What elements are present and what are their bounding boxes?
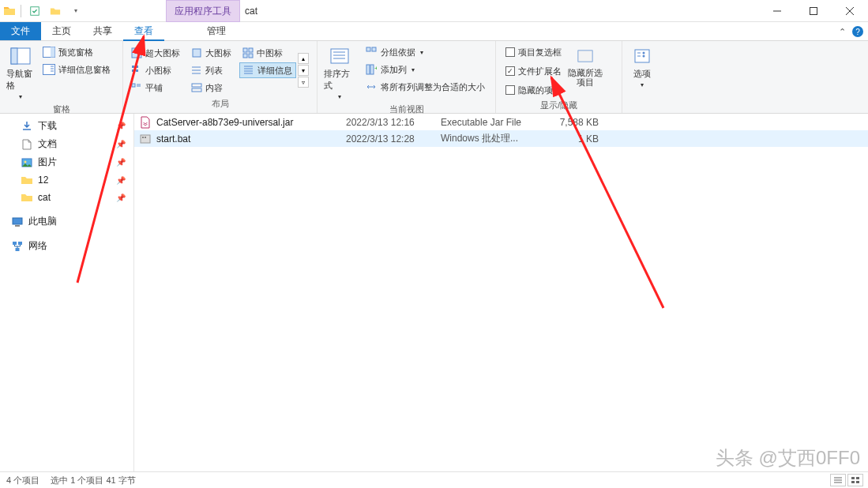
nav-this-pc[interactable]: 此电脑 — [0, 212, 133, 231]
layout-group-label: 布局 — [128, 96, 312, 113]
details-pane-button[interactable]: 详细信息窗格 — [39, 62, 114, 77]
tab-share[interactable]: 共享 — [82, 22, 123, 40]
nav-pictures[interactable]: 图片📌 — [0, 153, 133, 171]
qat-properties-icon[interactable] — [26, 2, 43, 20]
qat-newfolder-icon[interactable] — [47, 2, 64, 20]
qat-dropdown-icon[interactable]: ▾ — [67, 2, 85, 20]
sort-label: 排序方式 — [324, 68, 355, 92]
tab-home[interactable]: 主页 — [41, 22, 82, 40]
nav-network[interactable]: 网络 — [0, 237, 133, 255]
file-row[interactable]: CatServer-a8b73e9-universal.jar 2022/3/1… — [134, 114, 868, 130]
gallery-scroll: ▴ ▾ ▿ — [298, 53, 309, 88]
layout-content[interactable]: 内容 — [188, 80, 235, 96]
add-columns-button[interactable]: + 添加列▾ — [362, 62, 488, 77]
layout-details[interactable]: 详细信息 — [239, 62, 296, 78]
hidden-items-toggle[interactable]: 隐藏的项目 — [504, 82, 563, 98]
layout-small-icons[interactable]: 小图标 — [128, 62, 183, 78]
bat-file-icon — [139, 133, 152, 145]
tab-view[interactable]: 查看 — [123, 22, 164, 40]
file-size: 7,588 KB — [543, 117, 599, 128]
folder-icon — [21, 191, 33, 204]
nav-downloads[interactable]: 下载📌 — [0, 117, 133, 135]
item-count: 4 个项目 — [6, 475, 39, 486]
sort-by-button[interactable]: 排序方式 ▾ — [322, 44, 357, 102]
nav-pane-icon — [9, 46, 32, 66]
navigation-pane: 下载📌 文档📌 图片📌 12📌 cat📌 此电脑 网络 — [0, 114, 134, 471]
svg-rect-35 — [331, 49, 348, 63]
nav-label: 文档 — [38, 137, 57, 151]
nav-pane-button[interactable]: 导航窗格 ▾ — [5, 44, 36, 102]
svg-rect-60 — [141, 135, 150, 143]
tab-manage[interactable]: 管理 — [196, 22, 237, 40]
gallery-up-icon[interactable]: ▴ — [298, 53, 309, 64]
svg-rect-33 — [192, 84, 201, 87]
svg-rect-30 — [132, 84, 135, 87]
ribbon: 导航窗格 ▾ 预览窗格 详细信息窗格 窗格 超大图标 大图标 中图标 — [0, 41, 868, 114]
group-icon — [365, 46, 378, 58]
ribbon-tabs: 文件 主页 共享 查看 管理 ⌃ ? — [0, 22, 868, 41]
details-view-toggle[interactable] — [830, 474, 846, 486]
maximize-button[interactable] — [795, 0, 832, 22]
app-icon — [3, 5, 16, 17]
svg-rect-56 — [15, 225, 20, 227]
status-bar: 4 个项目 选中 1 个项目 41 字节 — [0, 471, 868, 488]
fit-columns-button[interactable]: 将所有列调整为合适的大小 — [362, 79, 488, 95]
group-by-button[interactable]: 分组依据▾ — [362, 44, 488, 60]
file-list: CatServer-a8b73e9-universal.jar 2022/3/1… — [134, 114, 868, 471]
file-extensions-toggle[interactable]: ✓ 文件扩展名 — [504, 63, 563, 79]
svg-rect-57 — [13, 242, 17, 245]
layout-extra-large-icons[interactable]: 超大图标 — [128, 45, 183, 61]
minimize-ribbon-icon[interactable]: ⌃ — [839, 27, 846, 37]
nav-label: 网络 — [28, 239, 47, 253]
hide-selected-label: 隐藏所选项目 — [568, 68, 603, 87]
checkbox-icon — [505, 47, 515, 57]
chevron-down-icon: ▾ — [420, 49, 423, 56]
layout-medium-icons[interactable]: 中图标 — [239, 45, 296, 61]
hide-selected-button[interactable]: 隐藏所选项目 — [566, 44, 604, 88]
pictures-icon — [21, 156, 33, 169]
nav-folder-cat[interactable]: cat📌 — [0, 189, 133, 206]
nav-folder-12[interactable]: 12📌 — [0, 171, 133, 189]
file-type: Executable Jar File — [441, 117, 543, 128]
svg-rect-15 — [243, 48, 247, 52]
file-date: 2022/3/13 12:16 — [346, 117, 441, 128]
help-icon[interactable]: ? — [852, 26, 863, 37]
file-date: 2022/3/13 12:28 — [346, 133, 441, 145]
file-row[interactable]: start.bat 2022/3/13 12:28 Windows 批处理...… — [134, 130, 868, 147]
thumbnails-view-toggle[interactable] — [847, 474, 863, 486]
svg-rect-42 — [370, 65, 374, 74]
details-pane-icon — [43, 63, 55, 76]
m-icons-icon — [242, 47, 254, 58]
layout-large-icons[interactable]: 大图标 — [188, 45, 235, 61]
svg-rect-39 — [366, 47, 370, 51]
svg-rect-22 — [136, 69, 138, 72]
preview-pane-button[interactable]: 预览窗格 — [39, 44, 114, 60]
layout-tiles[interactable]: 平铺 — [128, 80, 183, 96]
documents-icon — [21, 138, 33, 151]
contextual-tab-header: 应用程序工具 — [166, 0, 240, 22]
gallery-down-icon[interactable]: ▾ — [298, 65, 309, 76]
sort-icon — [329, 46, 351, 66]
nav-label: cat — [38, 192, 51, 203]
minimize-button[interactable] — [759, 0, 795, 22]
fit-columns-label: 将所有列调整为合适的大小 — [381, 81, 485, 93]
file-ext-label: 文件扩展名 — [518, 66, 562, 77]
svg-rect-9 — [43, 65, 55, 75]
tab-file[interactable]: 文件 — [0, 22, 41, 40]
window-title: cat — [245, 0, 257, 22]
close-button[interactable] — [832, 0, 868, 22]
show-hide-group-label: 显示/隐藏 — [501, 98, 617, 114]
item-checkboxes-toggle[interactable]: 项目复选框 — [504, 44, 563, 60]
gallery-more-icon[interactable]: ▿ — [298, 77, 309, 88]
nav-documents[interactable]: 文档📌 — [0, 135, 133, 153]
options-button[interactable]: 选项 ▾ — [627, 44, 657, 90]
svg-rect-18 — [249, 54, 253, 58]
chevron-down-icon: ▾ — [641, 81, 644, 88]
network-icon — [11, 240, 24, 253]
selection-info: 选中 1 个项目 41 字节 — [51, 475, 136, 486]
nav-pane-label: 导航窗格 — [6, 68, 35, 92]
pc-icon — [11, 216, 24, 228]
chevron-down-icon: ▾ — [19, 93, 22, 100]
svg-rect-68 — [851, 481, 855, 483]
layout-list[interactable]: 列表 — [188, 62, 235, 78]
